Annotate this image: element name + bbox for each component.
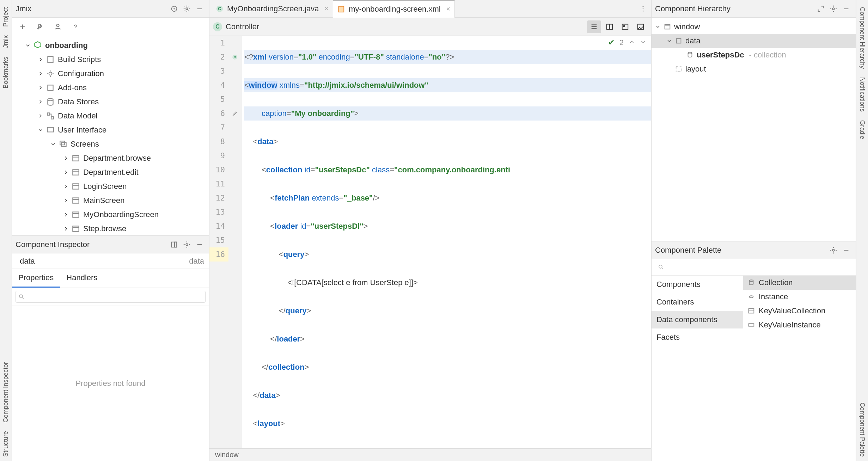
close-icon[interactable]: ×: [324, 5, 329, 13]
inspector-selected-row: data data: [12, 253, 209, 269]
xml-file-icon: [337, 5, 345, 13]
code-editor[interactable]: <?xml version="1.0" encoding="UTF-8" sta…: [242, 36, 651, 448]
hrow-data[interactable]: data: [652, 34, 856, 48]
jmix-title: Jmix: [16, 4, 168, 13]
pitem-collection[interactable]: Collection: [743, 276, 856, 290]
tree-root-label: onboarding: [45, 41, 88, 50]
svg-point-42: [832, 249, 835, 251]
editor-tab-java[interactable]: C MyOnboardingScreen.java ×: [212, 0, 333, 18]
wrench-icon[interactable]: [34, 20, 47, 33]
palette-search-input[interactable]: [655, 261, 852, 273]
controller-label[interactable]: Controller: [226, 22, 259, 31]
rail-tab-structure[interactable]: Structure: [1, 427, 10, 461]
minimize-icon[interactable]: [840, 3, 852, 15]
pitem-instance[interactable]: Instance: [743, 290, 856, 304]
rail-tab-component-hierarchy[interactable]: Component Hierarchy: [858, 3, 867, 73]
hrow-layout[interactable]: layout: [652, 62, 856, 76]
user-icon[interactable]: [51, 20, 64, 33]
close-icon[interactable]: ×: [446, 5, 451, 13]
rail-tab-notifications[interactable]: Notifications: [858, 73, 867, 116]
tab-properties[interactable]: Properties: [12, 269, 60, 288]
chevron-up-icon[interactable]: [629, 38, 635, 47]
tree-dept-edit[interactable]: Department.edit: [12, 165, 209, 179]
component-palette-panel: Component Palette Components Containers …: [652, 241, 856, 461]
gear-icon[interactable]: [827, 244, 839, 256]
svg-point-2: [186, 8, 188, 10]
hrow-usersteps[interactable]: userStepsDc- collection: [652, 48, 856, 62]
tree-data-model[interactable]: Data Model: [12, 109, 209, 123]
tree-screens[interactable]: Screens: [12, 137, 209, 151]
svg-point-28: [643, 8, 644, 9]
dock-icon[interactable]: [168, 239, 180, 251]
image-view-icon[interactable]: [618, 20, 632, 33]
svg-rect-26: [339, 6, 344, 12]
tree-main-screen[interactable]: MainScreen: [12, 193, 209, 208]
tree-data-stores[interactable]: Data Stores: [12, 95, 209, 109]
svg-point-43: [659, 265, 662, 268]
tree-root[interactable]: onboarding: [12, 38, 209, 53]
rail-tab-component-inspector[interactable]: Component Inspector: [1, 358, 10, 427]
inspection-widget[interactable]: ✔ 2: [608, 38, 646, 47]
cat-components[interactable]: Components: [652, 276, 743, 293]
palette-items: Collection Instance KeyValueCollection K…: [743, 276, 856, 461]
inspector-data-type: data: [189, 257, 204, 266]
puzzle-icon: [46, 83, 55, 92]
minimize-icon[interactable]: [194, 3, 206, 15]
preview-view-icon[interactable]: [634, 20, 648, 33]
tree-user-interface[interactable]: User Interface: [12, 123, 209, 137]
data-icon: [675, 37, 683, 45]
rail-tab-bookmarks[interactable]: Bookmarks: [1, 53, 10, 93]
tree-dept-browse[interactable]: Department.browse: [12, 151, 209, 165]
rail-tab-jmix[interactable]: Jmix: [1, 31, 10, 53]
svg-rect-39: [677, 39, 681, 43]
gutter-edit-icon[interactable]: [228, 106, 241, 121]
text-view-icon[interactable]: [587, 20, 601, 33]
cat-data-components[interactable]: Data components: [652, 311, 743, 328]
hierarchy-tree[interactable]: window data userStepsDc- collection layo…: [652, 18, 856, 241]
editor-body[interactable]: 1 2 3 4 5 6 7 8 9 10 11 12 13 14 15 16 C: [209, 36, 651, 448]
tree-build-scripts[interactable]: Build Scripts: [12, 53, 209, 67]
gear-icon[interactable]: [181, 239, 193, 251]
svg-rect-41: [676, 67, 681, 72]
svg-rect-18: [73, 226, 79, 231]
pitem-kvcollection[interactable]: KeyValueCollection: [743, 304, 856, 318]
tree-addons[interactable]: Add-ons: [12, 81, 209, 95]
inspector-data-label: data: [20, 257, 35, 266]
window-icon: [71, 210, 80, 219]
editor-tab-xml[interactable]: my-onboarding-screen.xml ×: [333, 0, 455, 18]
gutter-nav-icon[interactable]: C: [228, 50, 241, 64]
screens-icon: [59, 140, 68, 149]
svg-rect-4: [48, 56, 53, 62]
editor-area: C MyOnboardingScreen.java × my-onboardin…: [209, 0, 652, 461]
inspector-empty-label: Properties not found: [12, 306, 209, 461]
chevron-down-icon[interactable]: [640, 38, 646, 47]
rail-tab-component-palette[interactable]: Component Palette: [858, 398, 867, 461]
cat-containers[interactable]: Containers: [652, 293, 743, 311]
tree-my-onboarding-screen[interactable]: MyOnboardingScreen: [12, 208, 209, 222]
add-icon[interactable]: [16, 20, 29, 33]
tree-login-screen[interactable]: LoginScreen: [12, 179, 209, 193]
hrow-window[interactable]: window: [652, 20, 856, 34]
gear-icon[interactable]: [181, 3, 193, 15]
rail-tab-project[interactable]: Project: [1, 3, 10, 31]
tab-handlers[interactable]: Handlers: [60, 269, 104, 288]
check-icon: ✔: [608, 38, 615, 47]
help-icon[interactable]: [69, 20, 82, 33]
cat-facets[interactable]: Facets: [652, 328, 743, 346]
palette-title: Component Palette: [655, 246, 827, 255]
right-column: Component Hierarchy window data userStep…: [652, 0, 856, 461]
expand-icon[interactable]: [815, 3, 827, 15]
tree-configuration[interactable]: Configuration: [12, 67, 209, 81]
split-view-icon[interactable]: [603, 20, 617, 33]
rail-tab-gradle[interactable]: Gradle: [858, 116, 867, 143]
gear-icon[interactable]: [827, 3, 839, 15]
kebab-menu-icon[interactable]: [637, 3, 649, 15]
minimize-icon[interactable]: [840, 244, 852, 256]
tree-step-browse[interactable]: Step.browse: [12, 222, 209, 235]
breadcrumb[interactable]: window: [215, 451, 239, 459]
pitem-kvinstance[interactable]: KeyValueInstance: [743, 318, 856, 332]
locate-icon[interactable]: [168, 3, 180, 15]
jmix-tree[interactable]: onboarding Build Scripts Configuration A…: [12, 36, 209, 235]
minimize-icon[interactable]: [194, 239, 206, 251]
inspector-search-input[interactable]: [16, 291, 206, 303]
